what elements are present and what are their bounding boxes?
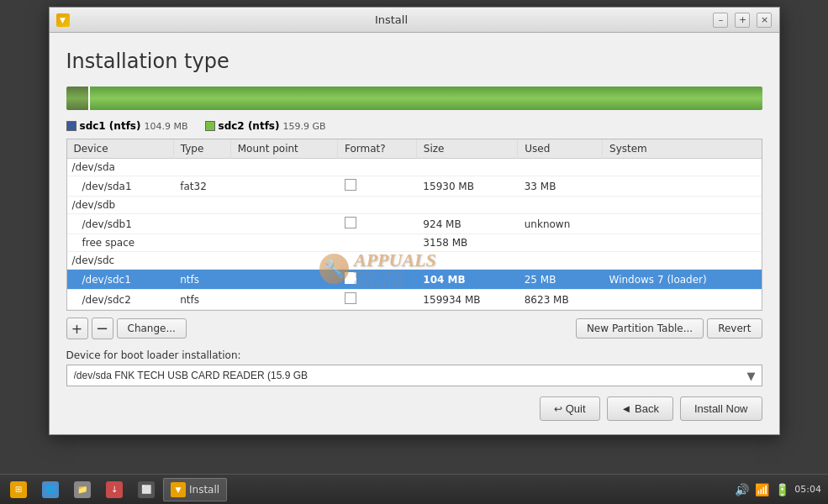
cell-type: ntfs [173,290,230,310]
system-tray: 🔊 📶 🔋 05:04 [730,482,825,497]
cell-type [173,197,230,214]
cell-mount [230,214,337,234]
table-header: Device Type Mount point Format? Size Use… [67,139,762,159]
partition-bar [66,87,762,110]
format-checkbox[interactable] [345,272,356,284]
taskbar-launcher-3[interactable]: 📁 [67,478,98,501]
format-checkbox[interactable] [345,179,356,191]
legend-color-sdc2 [205,121,215,131]
cell-device: /dev/sdc1 [67,270,174,290]
new-partition-table-button[interactable]: New Partition Table... [576,318,704,339]
table-row[interactable]: /dev/sdb1924 MBunknown [67,214,762,234]
cell-type: ntfs [173,270,230,290]
cell-used: unknown [518,214,603,234]
legend-sdc2-size: 159.9 GB [283,121,326,132]
cell-device: /dev/sdb1 [67,214,174,234]
format-checkbox[interactable] [345,217,356,228]
window-title: Install [375,13,408,26]
legend-sdc1-name: sdc1 (ntfs) [80,120,141,132]
taskbar-install-app[interactable]: ▼ Install [163,478,227,501]
quit-icon: ↩ [554,403,562,415]
cell-device: /dev/sda [67,159,174,176]
cell-device: /dev/sda1 [67,176,174,197]
partition-bar-container [66,87,762,110]
table-row[interactable]: /dev/sdc1ntfs104 MB25 MBWindows 7 (loade… [67,270,762,290]
back-button[interactable]: ◄ Back [607,396,673,421]
cell-format [338,159,417,176]
cell-size: 3158 MB [416,234,517,252]
cell-format [338,197,417,214]
minimize-button[interactable]: – [713,13,728,28]
table-row[interactable]: /dev/sdb [67,197,762,214]
cell-type [173,234,230,252]
cell-system [603,234,762,252]
network-icon[interactable]: 📶 [754,482,769,497]
cell-used [518,234,603,252]
col-size: Size [416,139,517,159]
col-mount: Mount point [230,139,337,159]
cell-type: fat32 [173,176,230,197]
cell-type [173,159,230,176]
col-format: Format? [338,139,417,159]
close-button[interactable]: × [757,13,772,28]
cell-used: 25 MB [518,270,603,290]
page-title: Installation type [66,50,762,73]
taskbar-launcher-1[interactable]: ⊞ [3,478,34,501]
taskbar-launcher-2[interactable]: 🌐 [35,478,66,501]
partition-table: Device Type Mount point Format? Size Use… [66,139,762,311]
col-device: Device [67,139,174,159]
cell-mount [230,290,337,310]
taskbar-install-label: Install [189,484,219,496]
maximize-button[interactable]: + [735,13,750,28]
cell-used: 8623 MB [518,290,603,310]
legend-sdc2-name: sdc2 (ntfs) [219,120,280,132]
change-button[interactable]: Change... [117,318,187,339]
taskbar-launcher-5[interactable]: ⬜ [131,478,161,501]
col-system: System [603,139,762,159]
bootloader-section: Device for boot loader installation: /de… [66,349,762,386]
table-row[interactable]: /dev/sdc2ntfs159934 MB8623 MB [67,290,762,310]
cell-mount [230,252,337,270]
cell-device: /dev/sdb [67,197,174,214]
clock: 05:04 [794,484,821,495]
cell-size [416,252,517,270]
table-row[interactable]: free space3158 MB [67,234,762,252]
cell-system [603,197,762,214]
cell-type [173,252,230,270]
cell-format [338,252,417,270]
cell-format [338,270,417,290]
revert-button[interactable]: Revert [707,318,762,339]
taskbar: ⊞ 🌐 📁 ↓ ⬜ ▼ Install 🔊 📶 🔋 05:04 [0,474,828,504]
quit-label: Quit [566,402,586,415]
table-row[interactable]: /dev/sdc [67,252,762,270]
cell-device: free space [67,234,174,252]
cell-used [518,252,603,270]
cell-size: 159934 MB [416,290,517,310]
add-partition-button[interactable]: + [66,318,88,339]
table-row[interactable]: /dev/sda [67,159,762,176]
table-row[interactable]: /dev/sda1fat3215930 MB33 MB [67,176,762,197]
format-checkbox[interactable] [345,292,356,304]
volume-icon[interactable]: 🔊 [734,482,749,497]
quit-button[interactable]: ↩ Quit [540,396,600,421]
taskbar-launcher-4[interactable]: ↓ [99,478,129,501]
install-now-button[interactable]: Install Now [680,396,762,421]
cell-system: Windows 7 (loader) [603,270,762,290]
cell-type [173,214,230,234]
cell-format [338,214,417,234]
cell-format [338,176,417,197]
battery-icon[interactable]: 🔋 [774,482,789,497]
cell-mount [230,176,337,197]
partition-sdc1-bar [66,87,91,110]
partition-legend: sdc1 (ntfs) 104.9 MB sdc2 (ntfs) 159.9 G… [66,120,762,132]
taskbar-icon-5: ⬜ [138,481,155,498]
remove-partition-button[interactable]: − [92,318,113,339]
cell-system [603,176,762,197]
window-controls: – + × [713,13,772,28]
bootloader-select[interactable]: /dev/sda FNK TECH USB CARD READER (15.9 … [66,365,762,386]
cell-mount [230,159,337,176]
col-used: Used [518,139,603,159]
cell-system [603,290,762,310]
cell-size: 15930 MB [416,176,517,197]
table-buttons: + − Change... New Partition Table... Rev… [66,318,762,339]
